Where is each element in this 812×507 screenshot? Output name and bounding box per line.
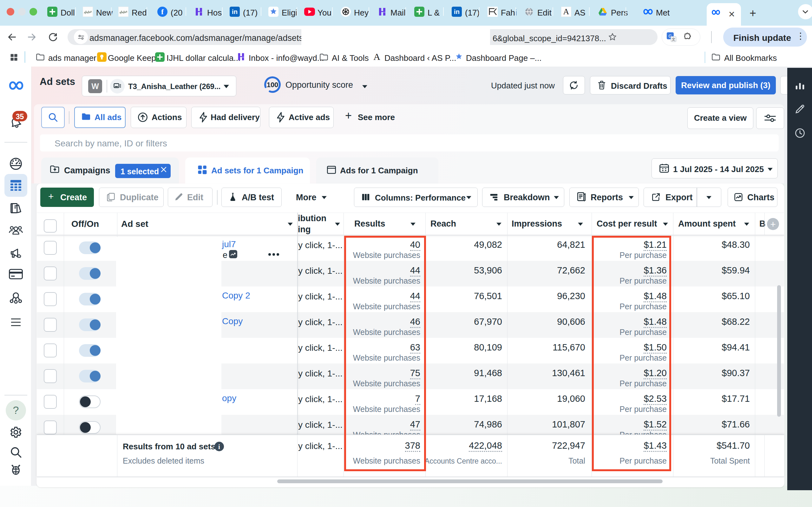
svg-text:100: 100 [267,81,278,89]
svg-text:文: 文 [672,37,676,42]
